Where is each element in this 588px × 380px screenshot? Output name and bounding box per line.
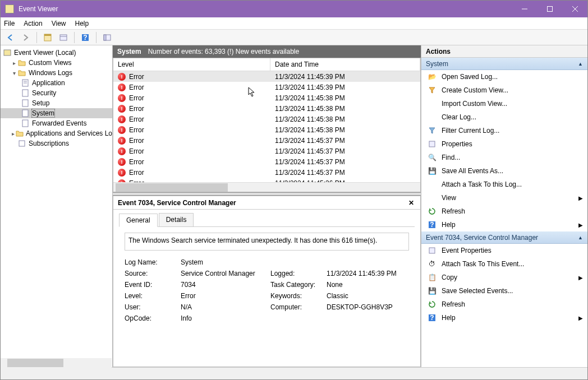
menu-action[interactable]: Action [24,20,42,27]
panel-button[interactable] [101,31,113,44]
table-row[interactable]: !Error11/3/2024 11:45:38 PM [113,92,420,103]
tree-apps-services[interactable]: ▸ Applications and Services Lo [1,128,112,138]
tree-application[interactable]: Application [1,78,112,88]
show-hide-tree-button[interactable] [42,31,54,44]
table-row[interactable]: !Error11/3/2024 11:45:39 PM [113,71,420,82]
action-copy[interactable]: 📋Copy▶ [421,271,587,284]
table-row[interactable]: !Error11/3/2024 11:45:39 PM [113,82,420,92]
action-save-all-events[interactable]: 💾Save All Events As... [421,164,587,178]
tree-security[interactable]: Security [1,88,112,98]
actions-section-event[interactable]: Event 7034, Service Control Manager ▲ [421,231,587,244]
grid-body[interactable]: !Error11/3/2024 11:45:39 PM!Error11/3/20… [113,71,420,182]
action-create-custom-view[interactable]: Create Custom View... [421,84,587,97]
blank-icon [427,113,437,122]
svg-rect-6 [60,35,67,40]
menu-view[interactable]: View [52,20,66,27]
col-level[interactable]: Level [113,58,270,71]
app-icon [5,4,14,13]
table-row[interactable]: !Error11/3/2024 11:45:37 PM [113,167,420,178]
tree-horizontal-scrollbar[interactable] [1,358,112,368]
action-import-custom-view[interactable]: Import Custom View... [421,97,587,110]
tree-windows-logs[interactable]: ▾ Windows Logs [1,68,112,78]
forward-button[interactable] [20,31,32,44]
actions-header: Actions [421,45,587,58]
tab-details[interactable]: Details [159,213,194,226]
cell-date: 11/3/2024 11:45:38 PM [270,105,420,113]
val-logname: System [181,258,270,266]
actions-pane: Actions System ▲ 📂Open Saved Log... Crea… [421,45,587,367]
svg-text:?: ? [83,34,87,41]
action-view[interactable]: View▶ [421,191,587,205]
minimize-button[interactable] [512,1,537,17]
menu-file[interactable]: File [4,20,15,27]
svg-rect-16 [22,90,28,96]
action-help[interactable]: ?Help▶ [421,218,587,231]
tree-root[interactable]: Event Viewer (Local) [1,48,112,58]
menu-help[interactable]: Help [75,20,89,27]
submenu-icon: ▶ [578,222,583,228]
tree-setup[interactable]: Setup [1,98,112,108]
collapse-icon: ▲ [578,235,583,240]
cell-level: Error [129,84,144,91]
table-row[interactable]: !Error11/3/2024 11:45:38 PM [113,114,420,124]
cell-level: Error [129,158,144,166]
table-row[interactable]: !Error11/3/2024 11:45:36 PM [113,178,420,182]
col-date[interactable]: Date and Time [270,58,420,71]
table-row[interactable]: !Error11/3/2024 11:45:38 PM [113,103,420,114]
blank-icon [427,180,437,189]
tree-pane[interactable]: Event Viewer (Local) ▸ Custom Views ▾ Wi… [1,45,113,367]
svg-text:?: ? [430,221,434,229]
toolbar: ? [1,30,587,45]
refresh-icon [427,207,437,216]
help-button[interactable]: ? [79,31,91,44]
table-row[interactable]: !Error11/3/2024 11:45:37 PM [113,146,420,156]
val-keywords: Classic [327,292,415,300]
actions-section-system[interactable]: System ▲ [421,58,587,70]
tab-general[interactable]: General [119,214,158,227]
action-clear-log[interactable]: Clear Log... [421,110,587,124]
save-icon: 💾 [427,166,437,175]
tree-custom-views[interactable]: ▸ Custom Views [1,58,112,68]
cell-level: Error [129,105,144,113]
horizontal-scrollbar[interactable] [113,182,420,192]
cell-date: 11/3/2024 11:45:38 PM [270,94,420,102]
action-open-saved-log[interactable]: 📂Open Saved Log... [421,70,587,84]
action-refresh[interactable]: Refresh [421,205,587,218]
svg-rect-17 [22,100,28,106]
cell-date: 11/3/2024 11:45:37 PM [270,158,420,166]
table-row[interactable]: !Error11/3/2024 11:45:38 PM [113,124,420,135]
table-row[interactable]: !Error11/3/2024 11:45:37 PM [113,156,420,167]
tree-system[interactable]: System [1,108,112,118]
action-attach-task[interactable]: Attach a Task To this Log... [421,178,587,191]
collapse-icon[interactable]: ▾ [11,70,17,76]
folder-icon [16,129,24,138]
action-filter-log[interactable]: Filter Current Log... [421,124,587,137]
close-detail-button[interactable]: ✕ [407,198,416,207]
tree-forwarded[interactable]: Forwarded Events [1,118,112,128]
expand-icon[interactable]: ▸ [11,131,16,137]
cell-date: 11/3/2024 11:45:39 PM [270,84,420,91]
action-find[interactable]: 🔍Find... [421,151,587,164]
filter-icon [427,126,437,135]
list-header: System Number of events: 63,393 (!) New … [113,45,421,58]
tree-subscriptions[interactable]: Subscriptions [1,138,112,149]
error-icon: ! [118,169,126,177]
action-event-properties[interactable]: Event Properties [421,244,587,257]
menu-bar: File Action View Help [1,17,587,30]
lbl-user: User: [125,303,181,311]
action-attach-task-event[interactable]: ⏱Attach Task To This Event... [421,257,587,271]
maximize-button[interactable] [537,1,562,17]
properties-button[interactable] [57,31,70,44]
lbl-logname: Log Name: [125,258,181,266]
cell-date: 11/3/2024 11:45:37 PM [270,169,420,177]
expand-icon[interactable]: ▸ [11,60,17,66]
action-help-2[interactable]: ?Help▶ [421,311,587,325]
action-properties[interactable]: Properties [421,137,587,151]
table-row[interactable]: !Error11/3/2024 11:45:37 PM [113,135,420,146]
back-button[interactable] [4,31,16,44]
action-refresh-2[interactable]: Refresh [421,298,587,311]
close-button[interactable] [562,1,587,17]
lbl-keywords: Keywords: [270,292,327,300]
action-save-selected[interactable]: 💾Save Selected Events... [421,284,587,298]
error-icon: ! [118,73,126,81]
